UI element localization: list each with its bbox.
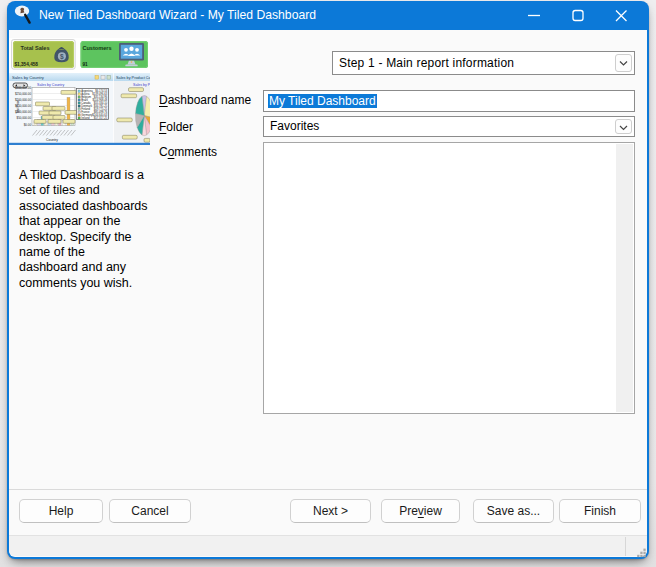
svg-text:$: $	[60, 53, 64, 61]
svg-text:$300,000.00: $300,000.00	[15, 86, 31, 90]
svg-text:Total Sales: Total Sales	[20, 45, 49, 51]
svg-text:Sales by Product: Sales by Product	[133, 83, 150, 87]
svg-text:$0.00: $0.00	[24, 123, 32, 127]
svg-text:Sales by Country: Sales by Country	[37, 83, 65, 87]
svg-text:$1,354,458: $1,354,458	[15, 62, 39, 67]
svg-text:Customers: Customers	[82, 45, 111, 51]
svg-text:Sales by Product Category: Sales by Product Category	[116, 76, 150, 80]
svg-text:91: 91	[83, 62, 89, 67]
svg-text:$50,000.00: $50,000.00	[17, 116, 32, 120]
svg-text:Ireland: Ireland	[81, 116, 90, 120]
svg-text:Sales by Country: Sales by Country	[12, 75, 45, 80]
svg-text:$57,317.25: $57,317.25	[94, 116, 108, 120]
svg-text:Country: Country	[46, 138, 58, 142]
svg-text:Total Price: Total Price	[16, 100, 20, 114]
svg-text:$250,000.00: $250,000.00	[15, 92, 31, 96]
